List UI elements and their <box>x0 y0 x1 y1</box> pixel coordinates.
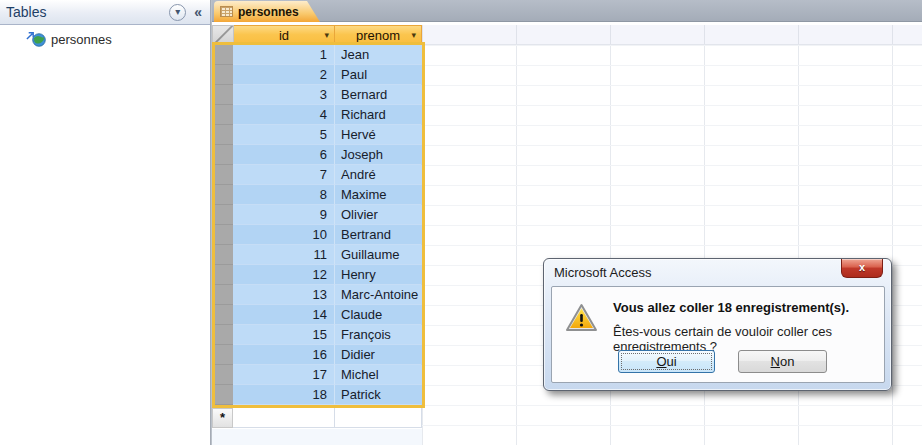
access-window: Tables ▾ « personnes <box>0 0 922 445</box>
table-rows: 1Jean2Paul3Bernard4Richard5Hervé6Joseph7… <box>215 45 422 405</box>
row-selector[interactable] <box>215 305 233 325</box>
cell-prenom[interactable]: François <box>335 325 421 345</box>
table-row: 10Bertrand <box>215 225 422 245</box>
table-row: 7André <box>215 165 422 185</box>
cell-prenom[interactable]: Didier <box>335 345 421 365</box>
cell-id[interactable]: 9 <box>233 205 335 225</box>
new-record-cell-id[interactable] <box>233 408 335 428</box>
table-row: 5Hervé <box>215 125 422 145</box>
dialog-content-panel: Vous allez coller 18 enregistrement(s). … <box>551 286 885 383</box>
row-selector[interactable] <box>215 145 233 165</box>
cell-id[interactable]: 18 <box>233 385 335 405</box>
non-button[interactable]: Non <box>738 350 827 373</box>
sidebar-item-label: personnes <box>51 32 112 47</box>
row-selector[interactable] <box>215 185 233 205</box>
cell-prenom[interactable]: Paul <box>335 65 421 85</box>
row-selector[interactable] <box>215 285 233 305</box>
table-row: 15François <box>215 325 422 345</box>
row-selector[interactable] <box>215 205 233 225</box>
row-selector[interactable] <box>215 85 233 105</box>
selected-records-region: 1Jean2Paul3Bernard4Richard5Hervé6Joseph7… <box>212 42 425 408</box>
row-selector[interactable] <box>215 225 233 245</box>
row-selector[interactable] <box>215 265 233 285</box>
row-selector[interactable] <box>215 45 233 65</box>
cell-id[interactable]: 13 <box>233 285 335 305</box>
table-row: 17Michel <box>215 365 422 385</box>
cell-prenom[interactable]: Henry <box>335 265 421 285</box>
cell-id[interactable]: 14 <box>233 305 335 325</box>
row-selector[interactable] <box>215 105 233 125</box>
cell-prenom[interactable]: Marc-Antoine <box>335 285 421 305</box>
table-row: 2Paul <box>215 65 422 85</box>
table-row: 8Maxime <box>215 185 422 205</box>
dialog-titlebar[interactable]: Microsoft Access x <box>544 259 891 286</box>
cell-id[interactable]: 3 <box>233 85 335 105</box>
empty-header-strip <box>422 25 922 45</box>
cell-id[interactable]: 15 <box>233 325 335 345</box>
dialog-title: Microsoft Access <box>554 265 652 280</box>
cell-prenom[interactable]: Maxime <box>335 185 421 205</box>
row-selector[interactable] <box>215 385 233 405</box>
shutter-bar-close-button[interactable]: « <box>192 4 204 20</box>
column-dropdown-icon[interactable]: ▾ <box>411 30 416 40</box>
paste-confirm-dialog: Microsoft Access x Vous allez coller 18 … <box>543 258 892 391</box>
cell-prenom[interactable]: Olivier <box>335 205 421 225</box>
datasheet-bottom-strip <box>212 429 422 445</box>
cell-prenom[interactable]: Michel <box>335 365 421 385</box>
cell-id[interactable]: 8 <box>233 185 335 205</box>
cell-id[interactable]: 5 <box>233 125 335 145</box>
cell-id[interactable]: 1 <box>233 45 335 65</box>
table-row: 14Claude <box>215 305 422 325</box>
arrow-ne-icon <box>26 31 35 40</box>
cell-prenom[interactable]: Joseph <box>335 145 421 165</box>
table-row: 18Patrick <box>215 385 422 405</box>
cell-id[interactable]: 10 <box>233 225 335 245</box>
row-selector[interactable] <box>215 125 233 145</box>
cell-prenom[interactable]: Richard <box>335 105 421 125</box>
cell-prenom[interactable]: Hervé <box>335 125 421 145</box>
row-selector[interactable] <box>215 245 233 265</box>
tab-personnes[interactable]: personnes <box>214 1 320 22</box>
row-selector[interactable] <box>215 325 233 345</box>
tab-bar: personnes <box>212 0 922 22</box>
table-row: 12Henry <box>215 265 422 285</box>
table-row: 3Bernard <box>215 85 422 105</box>
table-row: 11Guillaume <box>215 245 422 265</box>
cell-id[interactable]: 7 <box>233 165 335 185</box>
close-icon: x <box>859 261 865 273</box>
row-selector[interactable] <box>215 365 233 385</box>
cell-prenom[interactable]: Guillaume <box>335 245 421 265</box>
cell-id[interactable]: 6 <box>233 145 335 165</box>
cell-id[interactable]: 12 <box>233 265 335 285</box>
datasheet-icon <box>220 6 233 17</box>
cell-id[interactable]: 16 <box>233 345 335 365</box>
row-selector[interactable] <box>215 65 233 85</box>
cell-prenom[interactable]: Jean <box>335 45 421 65</box>
sidebar-item-personnes[interactable]: personnes <box>0 26 210 51</box>
oui-button[interactable]: Oui <box>618 350 715 373</box>
cell-id[interactable]: 11 <box>233 245 335 265</box>
nav-pane-menu-button[interactable]: ▾ <box>169 4 186 21</box>
table-row: 1Jean <box>215 45 422 65</box>
dialog-message-primary: Vous allez coller 18 enregistrement(s). <box>613 300 849 315</box>
row-selector[interactable] <box>215 345 233 365</box>
nav-pane-header: Tables ▾ « <box>0 0 210 25</box>
table-row: 9Olivier <box>215 205 422 225</box>
new-record-selector[interactable]: * <box>212 408 233 428</box>
chevron-down-icon: ▾ <box>175 7 180 17</box>
cell-id[interactable]: 17 <box>233 365 335 385</box>
new-record-row[interactable]: * <box>212 408 422 428</box>
cell-prenom[interactable]: Bertrand <box>335 225 421 245</box>
row-selector[interactable] <box>215 165 233 185</box>
nav-pane-title: Tables <box>6 4 169 20</box>
new-record-cell-prenom[interactable] <box>335 408 422 428</box>
warning-icon <box>565 303 598 333</box>
cell-id[interactable]: 4 <box>233 105 335 125</box>
cell-prenom[interactable]: André <box>335 165 421 185</box>
close-button[interactable]: x <box>841 259 883 278</box>
cell-prenom[interactable]: Claude <box>335 305 421 325</box>
cell-prenom[interactable]: Patrick <box>335 385 421 405</box>
column-dropdown-icon[interactable]: ▾ <box>324 30 329 40</box>
cell-prenom[interactable]: Bernard <box>335 85 421 105</box>
cell-id[interactable]: 2 <box>233 65 335 85</box>
